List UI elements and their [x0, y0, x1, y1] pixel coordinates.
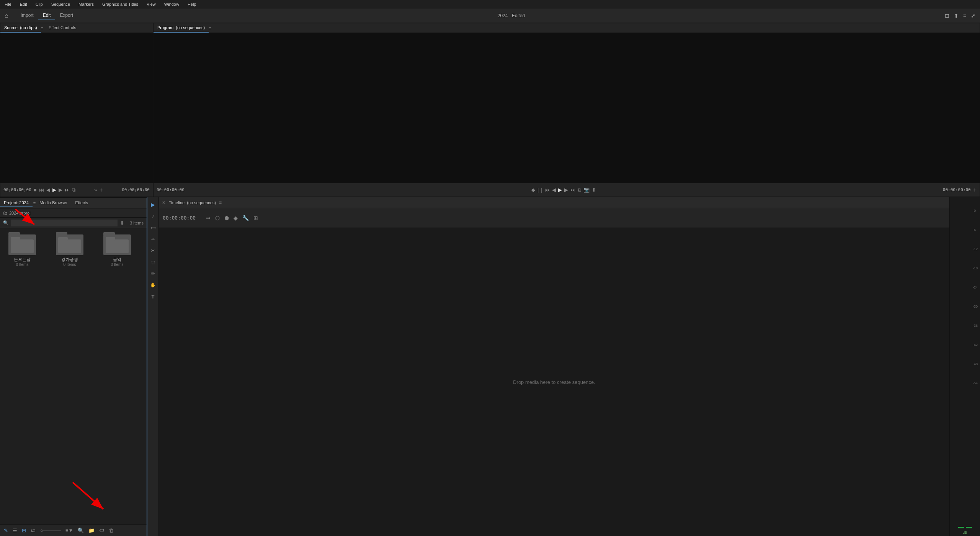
project-tab-media-browser[interactable]: Media Browser: [36, 199, 71, 207]
delete-icon[interactable]: 🗑: [107, 527, 115, 534]
icon-size-slider[interactable]: ○─────: [39, 527, 62, 534]
source-tab[interactable]: Source: (no clips): [0, 23, 41, 33]
program-timecode-left: 00:00:00:00: [157, 187, 185, 192]
folder-item-2[interactable]: 음악 0 Items: [98, 234, 136, 267]
svg-rect-5: [11, 237, 20, 241]
project-panel: Project: 2024 ≡ Media Browser Effects 🗂 …: [0, 197, 147, 536]
program-add-icon[interactable]: +: [973, 187, 977, 193]
nav-export[interactable]: Export: [55, 11, 78, 20]
timeline-tool-sidebar: ▶ ⤢ ⟺ ⇔ ✂ ⬚ ✏ ✋ T: [147, 197, 159, 536]
new-folder-icon[interactable]: 📁: [87, 527, 96, 534]
svg-rect-6: [58, 239, 81, 253]
program-play-icon[interactable]: ▶: [558, 187, 562, 193]
project-tab-effects[interactable]: Effects: [72, 199, 92, 207]
program-step-back-icon[interactable]: ⏮: [545, 187, 550, 193]
top-section: Source: (no clips) ≡ Effect Controls 00;…: [0, 23, 980, 197]
tl-extract-icon[interactable]: ⬢: [223, 214, 230, 222]
folder-item-0[interactable]: 눈오는날 0 Items: [3, 234, 41, 267]
project-search-input[interactable]: [11, 220, 118, 226]
audio-scale-6: -36: [973, 324, 978, 343]
project-folder-grid: 눈오는날 0 Items 강가풍경 0 Items: [0, 228, 147, 525]
menu-view[interactable]: View: [145, 1, 157, 7]
home-icon[interactable]: ⌂: [5, 12, 8, 19]
tl-wrench-icon[interactable]: 🔧: [241, 214, 250, 222]
program-in-icon[interactable]: |: [537, 187, 539, 193]
timeline-toolbar: 00:00:00:00 ⇒ ⬡ ⬢ ◆ 🔧 ⊞: [159, 208, 949, 228]
source-markers-icon[interactable]: »: [94, 187, 97, 193]
source-loop-icon[interactable]: ⧉: [72, 187, 75, 193]
source-panel-menu-icon[interactable]: ≡: [41, 26, 43, 30]
program-panel-menu-icon[interactable]: ≡: [209, 26, 211, 30]
timeline-close-icon[interactable]: ✕: [162, 200, 166, 205]
menu-graphics[interactable]: Graphics and Titles: [101, 1, 140, 7]
folder-name-2: 음악: [113, 257, 121, 262]
folder-icon-2: [103, 234, 131, 255]
type-tool-icon[interactable]: T: [148, 292, 158, 302]
source-step-back-icon[interactable]: ⏮: [39, 187, 44, 193]
rate-stretch-icon[interactable]: ⇔: [148, 234, 158, 244]
effect-controls-tab[interactable]: Effect Controls: [45, 23, 80, 33]
timeline-panel: ✕ Timeline: (no sequences) ≡ 00:00:00:00…: [159, 197, 949, 536]
program-next-frame-icon[interactable]: ▶: [564, 187, 568, 193]
menu-clip[interactable]: Clip: [34, 1, 44, 7]
grid-view-icon[interactable]: ⊞: [20, 527, 28, 534]
source-add-icon[interactable]: +: [99, 187, 103, 193]
source-step-fwd-icon[interactable]: ⏭: [65, 187, 70, 193]
bin-icon[interactable]: 🗂: [29, 527, 37, 534]
slip-tool-icon[interactable]: ⬚: [148, 257, 158, 267]
pen-tool-icon[interactable]: ✏: [148, 269, 158, 279]
nav-edit[interactable]: Edit: [38, 11, 56, 20]
label-icon[interactable]: 🏷: [98, 527, 106, 534]
program-controls: 00:00:00:00 ◆ | | ⏮ ◀ ▶ ▶ ⏭ ⧉ 📷 ⬆ 00:00:…: [154, 183, 980, 197]
fullscreen-icon[interactable]: ⤢: [971, 13, 975, 19]
program-panel: Program: (no sequences) ≡ 00:00:00:00 ◆ …: [153, 23, 980, 197]
tl-arrow-icon[interactable]: ⇒: [205, 214, 212, 222]
tl-captions-icon[interactable]: ⊞: [252, 214, 259, 222]
search-icon-bottom[interactable]: 🔍: [76, 527, 85, 534]
export-icon[interactable]: ⬆: [954, 13, 959, 19]
program-prev-frame-icon[interactable]: ◀: [552, 187, 556, 193]
selection-tool-icon[interactable]: ▶: [148, 200, 158, 210]
tl-marker-icon[interactable]: ◆: [232, 214, 239, 222]
menu-bar: File Edit Clip Sequence Markers Graphics…: [0, 0, 980, 8]
program-tab[interactable]: Program: (no sequences): [154, 23, 209, 33]
source-panel: Source: (no clips) ≡ Effect Controls 00;…: [0, 23, 153, 197]
project-tab-project[interactable]: Project: 2024: [0, 199, 33, 207]
hand-tool-icon[interactable]: ✋: [148, 280, 158, 290]
timeline-menu-icon[interactable]: ≡: [219, 200, 222, 205]
program-cam-icon[interactable]: 📷: [583, 187, 590, 193]
settings-icon[interactable]: ≡: [963, 13, 966, 19]
source-next-frame-icon[interactable]: ▶: [59, 187, 62, 193]
new-item-icon[interactable]: ✎: [2, 527, 10, 534]
program-export-icon[interactable]: ⬆: [592, 187, 596, 193]
menu-sequence[interactable]: Sequence: [50, 1, 72, 7]
svg-rect-7: [58, 237, 68, 241]
track-select-tool-icon[interactable]: ⤢: [148, 211, 158, 221]
project-breadcrumb: 🗂 2024.prproj: [0, 208, 147, 218]
razor-tool-icon[interactable]: ✂: [148, 246, 158, 256]
source-play-icon[interactable]: ▶: [52, 187, 56, 193]
ripple-edit-icon[interactable]: ⟺: [148, 223, 158, 233]
menu-markers[interactable]: Markers: [77, 1, 95, 7]
maximize-icon[interactable]: ⊡: [945, 13, 949, 19]
menu-window[interactable]: Window: [163, 1, 181, 7]
source-stop-icon[interactable]: ■: [34, 187, 37, 193]
program-loop-icon[interactable]: ⧉: [578, 187, 581, 193]
program-out-icon[interactable]: |: [541, 187, 542, 193]
toolbar-right: ⊡ ⬆ ≡ ⤢: [945, 13, 975, 19]
program-viewer: [154, 33, 980, 183]
menu-edit[interactable]: Edit: [18, 1, 29, 7]
folder-count-1: 0 Items: [64, 262, 76, 267]
project-import-icon[interactable]: ⬇: [120, 220, 124, 226]
program-marker-icon[interactable]: ◆: [531, 187, 535, 193]
source-prev-frame-icon[interactable]: ◀: [46, 187, 50, 193]
list-view-icon[interactable]: ☰: [11, 527, 19, 534]
folder-name-0: 눈오는날: [14, 257, 31, 262]
tl-lift-icon[interactable]: ⬡: [214, 214, 221, 222]
menu-file[interactable]: File: [3, 1, 13, 7]
nav-import[interactable]: Import: [16, 11, 38, 20]
menu-help[interactable]: Help: [186, 1, 198, 7]
program-step-fwd-icon[interactable]: ⏭: [570, 187, 575, 193]
folder-item-1[interactable]: 강가풍경 0 Items: [51, 234, 89, 267]
sort-icon[interactable]: ≡▼: [64, 527, 75, 534]
